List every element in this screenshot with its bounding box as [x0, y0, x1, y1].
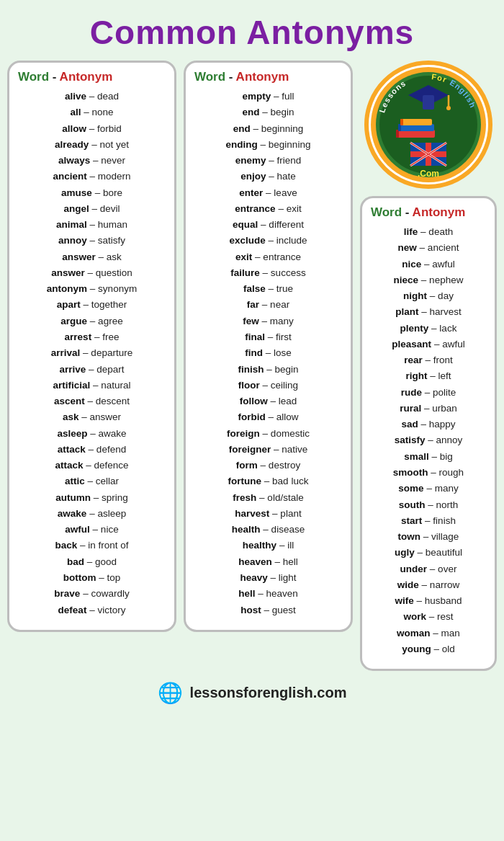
list-item: ending – beginning	[192, 137, 345, 153]
list-item: ask – answer	[15, 409, 168, 425]
list-item: healthy – ill	[192, 538, 345, 553]
col2-antonym-label: Antonym	[236, 70, 289, 84]
list-item: bad – good	[15, 554, 168, 570]
column-2: Word - Antonym empty – fullend – beginen…	[184, 61, 353, 632]
list-item: some – many	[368, 481, 489, 497]
list-item: life – death	[368, 224, 489, 240]
right-panel: Lessons For English	[360, 61, 497, 671]
list-item: artificial – natural	[15, 378, 168, 393]
list-item: empty – full	[192, 89, 345, 104]
list-item: animal – human	[15, 217, 168, 233]
col3-header: Word - Antonym	[368, 205, 489, 220]
list-item: back – in front of	[15, 538, 168, 553]
list-item: failure – success	[192, 265, 345, 281]
list-item: nice – awful	[368, 257, 489, 272]
list-item: arrest – free	[15, 329, 168, 345]
list-item: find – lose	[192, 345, 345, 361]
list-item: new – ancient	[368, 240, 489, 256]
list-item: wife – husband	[368, 593, 489, 609]
list-item: follow – lead	[192, 393, 345, 409]
col1-antonym-label: Antonym	[60, 70, 113, 84]
list-item: heaven – hell	[192, 554, 345, 570]
list-item: apart – together	[15, 297, 168, 313]
list-item: floor – ceiling	[192, 378, 345, 393]
col2-list: empty – fullend – beginend – beginningen…	[192, 89, 345, 618]
list-item: far – near	[192, 297, 345, 313]
logo-svg: Lessons For English	[369, 65, 488, 184]
col2-header: Word - Antonym	[192, 70, 345, 84]
column-1: Word - Antonym alive – deadall – noneall…	[7, 61, 176, 632]
list-item: argue – agree	[15, 313, 168, 329]
list-item: annoy – satisfy	[15, 233, 168, 249]
list-item: allow – forbid	[15, 121, 168, 137]
main-content: Word - Antonym alive – deadall – noneall…	[0, 61, 504, 671]
list-item: asleep – awake	[15, 426, 168, 442]
list-item: already – not yet	[15, 137, 168, 153]
list-item: arrive – depart	[15, 362, 168, 378]
list-item: smooth – rough	[368, 465, 489, 481]
list-item: young – old	[368, 641, 489, 657]
list-item: harvest – plant	[192, 506, 345, 522]
list-item: antonym – synonym	[15, 281, 168, 297]
col3-list: life – deathnew – ancientnice – awfulnie…	[368, 224, 489, 657]
list-item: hell – heaven	[192, 586, 345, 602]
list-item: awake – asleep	[15, 506, 168, 522]
col3-word-label: Word	[371, 205, 402, 219]
list-item: enter – leave	[192, 185, 345, 201]
list-item: exit – entrance	[192, 249, 345, 265]
page-title: Common Antonyms	[7, 13, 497, 52]
list-item: arrival – departure	[15, 345, 168, 361]
list-item: few – many	[192, 313, 345, 329]
list-item: defeat – victory	[15, 602, 168, 618]
list-item: small – big	[368, 449, 489, 465]
list-item: alive – dead	[15, 89, 168, 104]
header: Common Antonyms	[0, 0, 504, 61]
list-item: foreign – domestic	[192, 426, 345, 442]
col1-dash: -	[49, 70, 59, 84]
list-item: entrance – exit	[192, 201, 345, 217]
col3-antonym-label: Antonym	[413, 205, 466, 219]
list-item: enemy – friend	[192, 153, 345, 169]
list-item: south – north	[368, 497, 489, 513]
list-item: start – finish	[368, 513, 489, 529]
list-item: satisfy – annoy	[368, 432, 489, 448]
svg-text:.Com: .Com	[418, 169, 439, 179]
footer: 🌐 lessonsforenglish.com	[0, 671, 504, 708]
list-item: end – begin	[192, 104, 345, 120]
logo-circle: Lessons For English	[364, 61, 492, 189]
list-item: night – day	[368, 288, 489, 304]
list-item: attack – defend	[15, 442, 168, 458]
col2-word-label: Word	[194, 70, 225, 84]
list-item: niece – nephew	[368, 272, 489, 288]
list-item: rural – urban	[368, 401, 489, 417]
page-wrapper: Common Antonyms Word - Antonym alive – d…	[0, 0, 504, 841]
list-item: end – beginning	[192, 121, 345, 137]
col1-header: Word - Antonym	[15, 70, 168, 84]
list-item: bottom – top	[15, 570, 168, 586]
col3-dash: -	[402, 205, 412, 219]
list-item: plenty – lack	[368, 321, 489, 337]
column-3: Word - Antonym life – deathnew – ancient…	[360, 196, 497, 671]
list-item: heavy – light	[192, 570, 345, 586]
list-item: angel – devil	[15, 201, 168, 217]
list-item: fresh – old/stale	[192, 490, 345, 506]
list-item: ancient – modern	[15, 169, 168, 184]
list-item: sad – happy	[368, 417, 489, 432]
footer-url: lessonsforenglish.com	[190, 685, 347, 701]
list-item: town – village	[368, 529, 489, 545]
list-item: answer – question	[15, 265, 168, 281]
list-item: finish – begin	[192, 362, 345, 378]
svg-rect-12	[400, 119, 432, 125]
list-item: work – rest	[368, 609, 489, 625]
list-item: under – over	[368, 561, 489, 577]
list-item: always – never	[15, 153, 168, 169]
list-item: rude – polite	[368, 385, 489, 401]
list-item: pleasant – awful	[368, 337, 489, 352]
col1-list: alive – deadall – noneallow – forbidalre…	[15, 89, 168, 618]
list-item: autumn – spring	[15, 490, 168, 506]
list-item: woman – man	[368, 626, 489, 641]
svg-rect-15	[400, 119, 403, 125]
list-item: attack – defence	[15, 458, 168, 473]
list-item: enjoy – hate	[192, 169, 345, 184]
svg-point-9	[446, 106, 451, 110]
